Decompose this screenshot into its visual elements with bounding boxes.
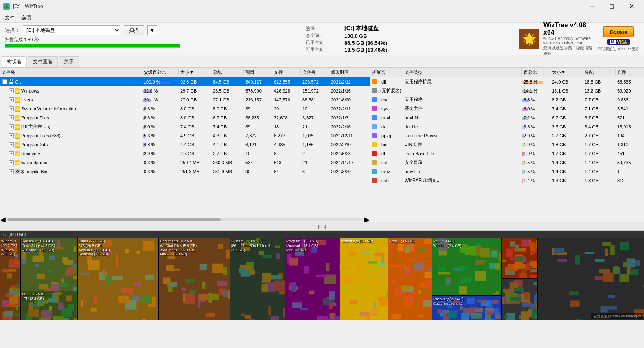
visa-label: VISA: [617, 40, 627, 44]
col-folder[interactable]: 文件夹: [0, 69, 142, 75]
col-size[interactable]: 大小▼: [179, 69, 211, 75]
branding-area: 🌟 WizTree v4.08 x64 © 2021 Antibody Soft…: [514, 23, 644, 55]
expand-button[interactable]: +: [9, 115, 14, 120]
ft-pct-cell: 2.9 %: [522, 133, 550, 138]
tree-body[interactable]: -💾C:\100.0 %92.8 GB84.5 GB849,127622,555…: [0, 77, 370, 216]
list-item[interactable]: .exe应用程序8.8 %8.2 GB7.7 GB9,836: [370, 95, 644, 104]
table-row[interactable]: +📁lwcloudgame0.3 %259.4 MB260.3 MB534513…: [0, 158, 370, 167]
col-pct[interactable]: 父级百分比: [142, 69, 179, 75]
donate-button[interactable]: Donate: [603, 26, 634, 37]
minimize-button[interactable]: ─: [583, 0, 602, 13]
scroll-left[interactable]: ◀: [0, 215, 6, 223]
expand-button[interactable]: +: [9, 142, 14, 147]
list-item[interactable]: .datdat file3.8 %3.6 GB3.4 GB15,915: [370, 122, 644, 131]
table-row[interactable]: +📁Program Files8.6 %8.0 GB6.7 GB36,23532…: [0, 113, 370, 122]
col-folders[interactable]: 文件夹: [301, 69, 329, 75]
treemap-block[interactable]: Documents (9.2 GB) WeChat Files (5.9 GB)…: [159, 238, 230, 320]
list-item[interactable]: .cabWinRAR 压缩文…1.4 %1.3 GB1.3 GB312: [370, 176, 644, 185]
table-row[interactable]: -💾C:\100.0 %92.8 GB84.5 GB849,127622,555…: [0, 77, 370, 86]
folder-name: Recovery: [21, 151, 40, 156]
treemap-texture: [432, 238, 501, 296]
table-row[interactable]: +📁[18 文件在 C:\]8.0 %7.4 GB7.4 GB391821202…: [0, 122, 370, 131]
treemap-block[interactable]: System32 (8.6 GB) DriverStore (4.3 GB) F…: [20, 238, 77, 291]
treemap-block[interactable]: [501, 279, 538, 320]
list-item[interactable]: .mp4mp4 file7.2 %6.7 GB6.7 GB571: [370, 113, 644, 122]
ft-alloc-cell: 1.7 GB: [583, 142, 616, 147]
folder-icon: 📁: [15, 97, 20, 103]
treemap-block[interactable]: Users (27.0 GB) 678 (26.8 GB) AppData (1…: [77, 238, 159, 320]
treemap-block[interactable]: [538, 238, 644, 320]
tree-scrollbar[interactable]: ◀ ▶: [0, 216, 370, 222]
tab-about[interactable]: 关于: [59, 56, 79, 67]
table-row[interactable]: +📁Recovery2.9 %2.7 GB2.7 GB10822021/5/28: [0, 149, 370, 158]
maximize-button[interactable]: □: [602, 0, 621, 13]
ext-text: .cat: [380, 160, 388, 165]
ext-cell: .sys: [370, 106, 403, 111]
scroll-right[interactable]: ▶: [364, 215, 370, 223]
used-label: 已用空间：: [306, 40, 328, 45]
col-alloc[interactable]: 分配: [211, 69, 244, 75]
ext-cell: .exe: [370, 97, 403, 102]
treemap-block[interactable]: hiberfil.sys (6.3 GB): [340, 238, 388, 320]
scroll-track[interactable]: [7, 218, 363, 221]
expand-button[interactable]: +: [9, 124, 14, 129]
app-icon: 🌲: [3, 3, 10, 10]
ft-col-size[interactable]: 大小▼: [550, 69, 583, 75]
list-item[interactable]: .movmov file1.5 %1.4 GB1.4 GB1: [370, 167, 644, 176]
list-item[interactable]: .cat安全目录1.5 %1.4 GB1.4 GB59,735: [370, 158, 644, 167]
treemap-block[interactable]: Windows (29.7 GB) WinSxS (9.5 GB): [0, 238, 20, 320]
list-item[interactable]: .ppkgRunTime Provisi…2.9 %2.7 GB2.7 GB19…: [370, 131, 644, 140]
scroll-thumb[interactable]: [7, 218, 221, 221]
menu-file[interactable]: 文件: [2, 13, 18, 22]
filter-button[interactable]: ▼: [147, 25, 157, 35]
col-modified[interactable]: 修改时间: [329, 69, 370, 75]
visa-badge: M VISA: [607, 39, 630, 45]
close-button[interactable]: ✕: [622, 0, 641, 13]
list-item[interactable]: .sys系统文件8.0 %7.4 GB7.1 GB3,541: [370, 104, 644, 113]
ft-col-files[interactable]: 文件: [616, 69, 644, 75]
type-color-dot: [372, 106, 377, 111]
table-row[interactable]: +📁System Volume Information8.6 %8.0 GB8.…: [0, 104, 370, 113]
treemap-block[interactable]: Program... (8.0 GB) Microsof... (3.1 GB)…: [285, 238, 340, 320]
expand-button[interactable]: +: [9, 151, 14, 156]
menu-options[interactable]: 选项: [18, 13, 34, 22]
expand-button[interactable]: +: [9, 97, 14, 102]
treemap-block[interactable]: Pr... (4.4 GB) Windo... (2.4 GB): [432, 238, 501, 296]
col-files[interactable]: 文件: [272, 69, 301, 75]
table-row[interactable]: +♻$Recycle.Bin0.3 %251.8 MB251.9 MB90846…: [0, 167, 370, 176]
list-item[interactable]: .binBIN 文件1.9 %1.8 GB1.7 GB1,310: [370, 140, 644, 149]
table-row[interactable]: +📁Windows32.0 %29.7 GB23.5 GB578,900426,…: [0, 86, 370, 95]
expand-button[interactable]: +: [9, 106, 14, 111]
tab-file-view[interactable]: 文件查看: [28, 56, 58, 67]
treemap-block[interactable]: Prog... (4.9 GB): [388, 238, 432, 320]
ft-col-alloc[interactable]: 分配: [583, 69, 616, 75]
tab-tree-view[interactable]: 树状看: [2, 56, 27, 67]
treemap-texture: [340, 238, 388, 320]
drive-select[interactable]: [C:] 本地磁盘: [23, 25, 120, 35]
list-item[interactable]: .dll应用程序扩展25.8 %24.0 GB18.5 GB68,565: [370, 77, 644, 86]
expand-button[interactable]: +: [9, 88, 14, 93]
ft-col-ext[interactable]: 扩展名: [370, 69, 403, 75]
treemap-block[interactable]: ser... (3.5 GB) LCU (3.4 GB): [20, 291, 77, 320]
expand-button[interactable]: +: [9, 133, 14, 138]
ext-cell: .mp4: [370, 115, 403, 120]
list-item[interactable]: (无扩展名)14.1 %13.1 GB13.2 GB59,929: [370, 86, 644, 95]
ft-files-cell: 194: [616, 133, 644, 138]
table-row[interactable]: +📁Users29.1 %27.0 GB27.1 GB216,157147,57…: [0, 95, 370, 104]
treemap-area[interactable]: C: (92.8 GB)Windows (29.7 GB) WinSxS (9.…: [0, 231, 644, 320]
table-row[interactable]: +📁Program Files (x86)5.3 %4.9 GB4.3 GB7,…: [0, 131, 370, 140]
expand-button[interactable]: -: [2, 79, 7, 84]
scan-button[interactable]: 扫描: [124, 25, 144, 35]
ft-col-type[interactable]: 文件类型: [403, 69, 522, 75]
ft-body[interactable]: .dll应用程序扩展25.8 %24.0 GB18.5 GB68,565(无扩展…: [370, 77, 644, 222]
list-item[interactable]: .dbData Base File1.9 %1.7 GB1.7 GB451: [370, 149, 644, 158]
ft-col-pct[interactable]: 百分比: [522, 69, 550, 75]
expand-button[interactable]: +: [9, 169, 14, 174]
col-items[interactable]: 项目: [244, 69, 272, 75]
expand-button[interactable]: +: [9, 160, 14, 165]
treemap-block[interactable]: Recovery (2.7 GB) Customizations (2...: [432, 296, 501, 320]
table-row[interactable]: +📁ProgramData4.8 %4.4 GB4.1 GB6,1214,935…: [0, 140, 370, 149]
treemap-block[interactable]: [501, 238, 538, 279]
treemap-block[interactable]: System ... (8.0 GB) [86ad08be-894d-11ec-…: [230, 238, 285, 320]
folders-cell: 151,972: [301, 88, 329, 93]
